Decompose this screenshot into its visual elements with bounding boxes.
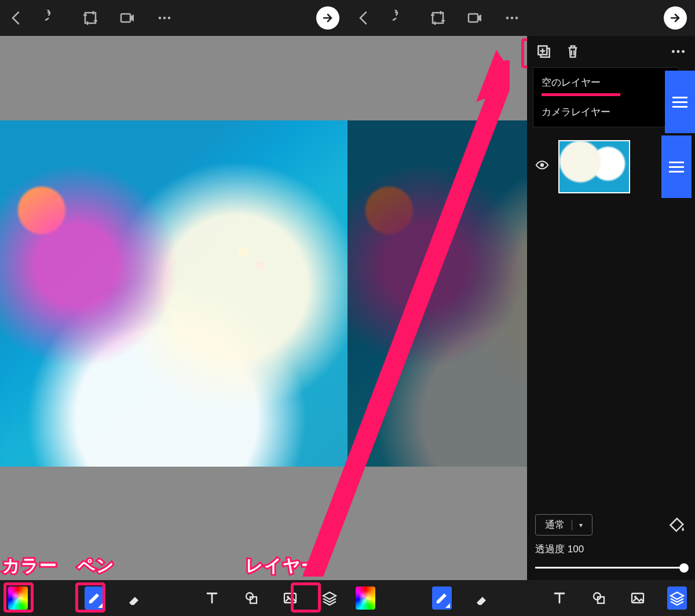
opacity-label: 透過度 100 <box>535 542 687 556</box>
more-icon[interactable] <box>504 10 520 26</box>
crop-icon[interactable] <box>82 10 98 26</box>
eraser-tool[interactable] <box>124 586 144 610</box>
text-tool[interactable] <box>202 586 222 610</box>
text-tool[interactable] <box>550 586 569 610</box>
color-tool[interactable] <box>8 586 28 610</box>
image-tool[interactable] <box>628 586 648 610</box>
bottom-toolbar <box>348 580 695 616</box>
topbar <box>0 0 348 36</box>
bucket-icon[interactable] <box>668 516 687 534</box>
crop-icon[interactable] <box>430 10 446 26</box>
layer-thumb[interactable] <box>558 140 630 193</box>
shape-tool[interactable] <box>242 586 261 610</box>
trash-icon[interactable] <box>564 43 581 60</box>
bottom-toolbar <box>0 580 348 616</box>
opacity-slider[interactable] <box>535 563 687 572</box>
visibility-eye-icon[interactable] <box>531 157 554 176</box>
canvas[interactable] <box>0 36 348 580</box>
layers-panel: 空のレイヤー カメラレイヤー 通常 ▾ 透過度 100 <box>527 36 695 580</box>
brush-tool[interactable] <box>85 586 104 610</box>
image-tool[interactable] <box>281 586 301 610</box>
back-icon[interactable] <box>8 10 24 26</box>
blend-mode-label: 通常 <box>545 518 565 531</box>
color-tool[interactable] <box>356 586 375 610</box>
add-layer-menu: 空のレイヤー カメラレイヤー <box>533 67 679 127</box>
layers-tool[interactable] <box>320 586 339 610</box>
record-icon[interactable] <box>467 10 483 26</box>
back-icon[interactable] <box>356 10 372 26</box>
topbar <box>348 0 695 36</box>
undo-icon[interactable] <box>393 10 409 26</box>
hl-underline <box>542 93 620 96</box>
brush-tool[interactable] <box>432 586 452 610</box>
undo-icon[interactable] <box>45 10 61 26</box>
layer-row[interactable] <box>527 135 695 198</box>
eraser-tool[interactable] <box>471 586 491 610</box>
next-button[interactable] <box>664 6 687 30</box>
photo <box>0 120 348 467</box>
chevron-down-icon: ▾ <box>579 521 583 529</box>
add-layer-icon[interactable] <box>535 43 553 60</box>
layers-tool[interactable] <box>667 586 687 610</box>
shape-tool[interactable] <box>589 586 609 610</box>
layer-drag-handle[interactable] <box>665 71 695 133</box>
record-icon[interactable] <box>119 10 136 26</box>
more-icon[interactable] <box>670 43 687 60</box>
menu-camera-layer[interactable]: カメラレイヤー <box>533 97 678 127</box>
blend-mode-select[interactable]: 通常 ▾ <box>535 514 592 536</box>
more-icon[interactable] <box>156 10 173 26</box>
next-button[interactable] <box>316 6 339 30</box>
layer-drag-handle[interactable] <box>661 135 692 198</box>
